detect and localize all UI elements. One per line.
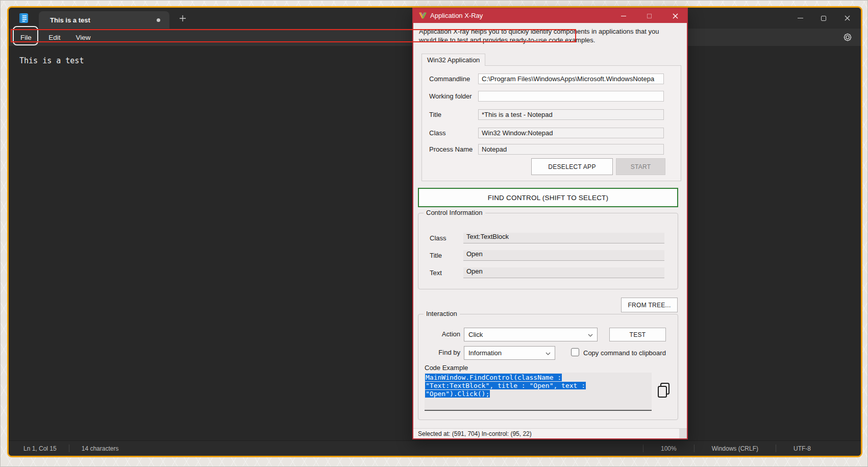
notepad-statusbar: Ln 1, Col 15 14 characters 100% Windows … [9, 440, 861, 456]
find-by-dropdown[interactable]: Information [464, 346, 555, 360]
title-label: Title [429, 109, 441, 120]
code-line: "Open").Click(); [425, 390, 490, 398]
code-line: MainWindow.FindControl(className : [425, 374, 562, 381]
minimize-icon[interactable] [614, 9, 633, 23]
interaction-title: Interaction [424, 310, 460, 317]
status-character-count: 14 characters [69, 445, 131, 452]
new-tab-button[interactable] [177, 13, 188, 24]
notepad-window-controls [788, 8, 859, 29]
process-name-label: Process Name [429, 144, 473, 155]
control-information-group: Control Information Class Text:TextBlock… [418, 213, 678, 289]
status-line-ending: Windows (CRLF) [695, 445, 776, 452]
xray-titlebar[interactable]: Application X-Ray [413, 9, 687, 23]
xray-statusbar: Selected at: (591, 704) In-control: (95,… [413, 428, 687, 438]
xray-window-title: Application X-Ray [430, 12, 483, 19]
ci-class-field[interactable]: Text:TextBlock [463, 233, 664, 243]
code-example-box[interactable]: MainWindow.FindControl(className : "Text… [425, 373, 652, 411]
win32-application-panel: Commandline Working folder Title Class P… [421, 65, 681, 181]
ci-text-field[interactable]: Open [463, 267, 664, 278]
interaction-group: Interaction Action Click TEST Find by In… [418, 314, 678, 420]
find-by-label: Find by [429, 349, 460, 356]
code-example-label: Code Example [425, 364, 468, 372]
commandline-label: Commandline [429, 73, 470, 84]
ci-class-label: Class [430, 233, 447, 243]
control-information-title: Control Information [424, 209, 485, 216]
maximize-icon[interactable] [639, 9, 659, 23]
notepad-tab[interactable]: This is a test [39, 11, 169, 29]
editor-text: This is a test [19, 56, 84, 65]
minimize-icon[interactable] [788, 8, 812, 29]
xray-status-text: Selected at: (591, 704) In-control: (95,… [418, 430, 532, 437]
find-by-value: Information [468, 349, 502, 357]
working-folder-label: Working folder [429, 91, 472, 102]
status-encoding: UTF-8 [776, 445, 828, 452]
copy-command-label: Copy command to clipboard [583, 349, 666, 357]
process-name-field[interactable] [478, 144, 664, 155]
copy-command-checkbox[interactable] [571, 348, 579, 356]
resize-grip[interactable] [679, 429, 687, 438]
code-line: "Text:TextBlock", title : "Open", text : [425, 382, 586, 389]
tab-win32-application[interactable]: Win32 Application [421, 54, 485, 66]
status-zoom-level: 100% [643, 445, 694, 452]
commandline-field[interactable] [478, 73, 664, 84]
test-button[interactable]: TEST [609, 328, 666, 341]
close-icon[interactable] [835, 8, 859, 29]
title-field[interactable] [478, 109, 664, 120]
class-label: Class [429, 128, 446, 138]
screen: This is a test File Edit View [0, 0, 868, 467]
maximize-icon[interactable] [812, 8, 835, 29]
ci-text-label: Text [430, 267, 442, 278]
xray-logo-icon [418, 12, 427, 21]
class-field[interactable] [478, 128, 664, 138]
chevron-down-icon [588, 331, 593, 338]
status-cursor-position: Ln 1, Col 15 [23, 445, 69, 452]
close-icon[interactable] [665, 9, 685, 23]
start-button[interactable]: START [616, 158, 665, 175]
ci-title-label: Title [430, 250, 442, 261]
action-label: Action [429, 330, 460, 338]
working-folder-field[interactable] [478, 91, 664, 102]
copy-icon[interactable] [656, 382, 672, 399]
chevron-down-icon [545, 349, 551, 357]
notepad-app-icon [18, 13, 29, 23]
action-dropdown[interactable]: Click [464, 328, 598, 341]
deselect-app-button[interactable]: DESELECT APP [531, 158, 613, 175]
xray-window: Application X-Ray Application X-ray help… [412, 8, 688, 439]
action-value: Click [468, 331, 483, 338]
ci-title-field[interactable]: Open [463, 250, 664, 261]
from-tree-button[interactable]: FROM TREE... [621, 298, 678, 312]
xray-highlight-rectangle [11, 29, 576, 42]
find-control-button[interactable]: FIND CONTROL (SHIFT TO SELECT) [418, 188, 678, 207]
unsaved-indicator-icon [157, 18, 160, 22]
gear-icon[interactable] [842, 32, 853, 42]
notepad-tab-title: This is a test [50, 16, 90, 24]
